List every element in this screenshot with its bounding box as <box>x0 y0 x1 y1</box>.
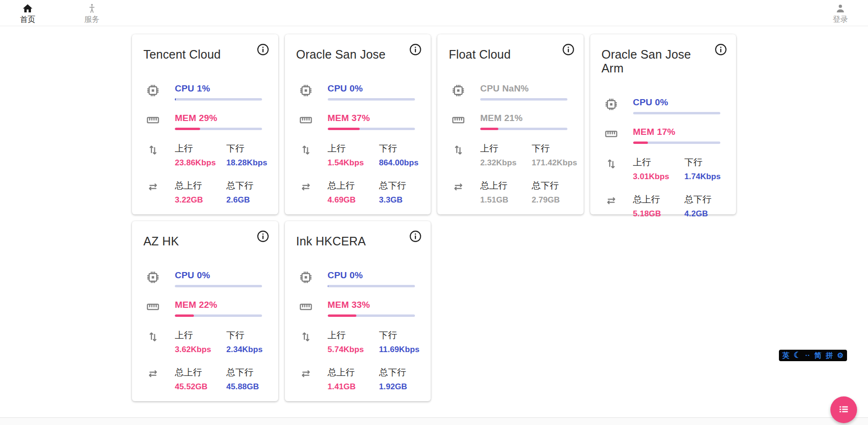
cpu-usage-label: CPU 0% <box>175 270 262 281</box>
cpu-chip-icon <box>146 83 160 98</box>
footer-strip <box>0 417 868 425</box>
ruler-icon <box>451 113 465 127</box>
info-icon[interactable] <box>409 43 422 56</box>
cpu-progress-bar <box>328 285 415 287</box>
total-upload-label: 总上行 <box>328 366 379 379</box>
total-download-label: 总下行 <box>532 180 560 192</box>
mem-usage-label: MEM 29% <box>175 113 262 123</box>
cpu-chip-icon <box>299 270 313 284</box>
upload-label: 上行 <box>175 142 226 155</box>
cpu-progress-bar <box>328 98 415 101</box>
mem-progress-bar <box>175 128 262 130</box>
total-upload-label: 总上行 <box>633 193 685 206</box>
mem-usage-label: MEM 22% <box>175 300 262 310</box>
info-icon[interactable] <box>562 43 575 56</box>
upload-label: 上行 <box>328 142 379 155</box>
total-upload-value: 4.69GB <box>328 195 379 205</box>
swap-horizontal-icon <box>604 193 618 208</box>
swap-vertical-icon <box>451 142 465 157</box>
ime-status-bar[interactable]: 英 ☾ ·· 简 拼 ⚙ <box>779 350 847 361</box>
download-speed-value: 2.34Kbps <box>226 345 262 354</box>
swap-vertical-icon <box>604 156 618 171</box>
server-card[interactable]: Oracle San Jose Arm <box>590 34 737 214</box>
upload-speed-value: 1.54Kbps <box>328 158 379 168</box>
cpu-chip-icon <box>299 83 313 98</box>
download-label: 下行 <box>685 156 721 169</box>
cpu-bar-fill <box>175 98 176 101</box>
home-icon <box>22 3 33 14</box>
ime-language-toggle[interactable]: 英 <box>782 350 789 361</box>
upload-label: 上行 <box>328 329 379 342</box>
swap-vertical-icon <box>299 142 313 157</box>
cpu-bar-fill <box>328 285 329 287</box>
nav-login-label: 登录 <box>833 15 848 23</box>
info-icon[interactable] <box>714 43 727 56</box>
total-download-value: 2.6GB <box>226 195 253 205</box>
cpu-usage-label: CPU 1% <box>175 83 262 94</box>
server-card[interactable]: Float Cloud <box>437 34 584 214</box>
total-download-label: 总下行 <box>379 180 406 192</box>
top-nav-bar: 首页 服务 登录 <box>0 0 868 26</box>
upload-speed-value: 5.74Kbps <box>328 345 379 354</box>
total-download-label: 总下行 <box>379 366 407 379</box>
mem-bar-fill <box>328 128 360 130</box>
total-download-value: 4.2GB <box>685 209 712 219</box>
mem-progress-bar <box>175 314 262 317</box>
ime-punctuation-toggle[interactable]: ·· <box>805 350 810 361</box>
server-card[interactable]: Tencent Cloud <box>132 34 278 214</box>
gear-icon[interactable]: ⚙ <box>837 350 843 361</box>
nav-item-services[interactable]: 服务 <box>82 3 101 23</box>
upload-speed-value: 3.62Kbps <box>175 345 226 354</box>
mem-usage-label: MEM 17% <box>633 127 720 137</box>
half-moon-icon[interactable]: ☾ <box>794 350 801 361</box>
server-name: Oracle San Jose Arm <box>602 48 715 75</box>
total-upload-label: 总上行 <box>175 366 226 379</box>
mem-usage-label: MEM 33% <box>328 300 415 310</box>
total-download-label: 总下行 <box>226 366 259 379</box>
mem-usage-label: MEM 21% <box>480 113 567 123</box>
cpu-chip-icon <box>146 270 160 284</box>
info-icon[interactable] <box>256 43 270 56</box>
server-card[interactable]: AZ HK CPU 0% <box>132 221 278 401</box>
swap-horizontal-icon <box>299 180 313 194</box>
download-label: 下行 <box>379 329 420 342</box>
download-speed-value: 1.74Kbps <box>685 172 721 182</box>
server-card[interactable]: Oracle San Jose <box>285 34 431 214</box>
mem-bar-fill <box>328 314 356 317</box>
swap-vertical-icon <box>299 329 313 344</box>
nav-home-label: 首页 <box>20 15 35 23</box>
mem-progress-bar <box>328 314 415 317</box>
mem-progress-bar <box>328 128 415 130</box>
upload-label: 上行 <box>175 329 226 342</box>
swap-vertical-icon <box>146 142 160 157</box>
total-download-label: 总下行 <box>226 180 253 192</box>
total-upload-label: 总上行 <box>480 180 532 192</box>
info-icon[interactable] <box>409 230 422 243</box>
server-name: AZ HK <box>143 234 179 248</box>
ruler-icon <box>299 300 313 314</box>
download-speed-value: 11.69Kbps <box>379 345 420 354</box>
cpu-progress-bar <box>480 98 567 101</box>
ruler-icon <box>146 113 160 127</box>
server-name: Ink HKCERA <box>296 234 366 248</box>
swap-horizontal-icon <box>146 366 160 381</box>
server-name: Oracle San Jose <box>296 48 386 61</box>
ime-simplified-toggle[interactable]: 简 <box>814 350 821 361</box>
cpu-usage-label: CPU NaN% <box>480 83 567 94</box>
server-card[interactable]: Ink HKCERA C <box>285 221 431 401</box>
download-label: 下行 <box>532 142 577 155</box>
mem-bar-fill <box>175 314 194 317</box>
swap-horizontal-icon <box>451 180 465 194</box>
cpu-usage-label: CPU 0% <box>328 83 415 94</box>
cpu-usage-label: CPU 0% <box>328 270 415 281</box>
nav-item-home[interactable]: 首页 <box>18 3 37 23</box>
nav-services-label: 服务 <box>84 15 100 23</box>
nav-item-login[interactable]: 登录 <box>831 3 850 23</box>
total-upload-value: 5.18GB <box>633 209 685 219</box>
person-standing-icon <box>86 3 98 14</box>
ime-pinyin-toggle[interactable]: 拼 <box>826 350 833 361</box>
swap-vertical-icon <box>146 329 160 344</box>
server-list-fab-button[interactable] <box>830 396 857 423</box>
info-icon[interactable] <box>256 230 270 243</box>
total-download-value: 45.88GB <box>226 382 259 392</box>
